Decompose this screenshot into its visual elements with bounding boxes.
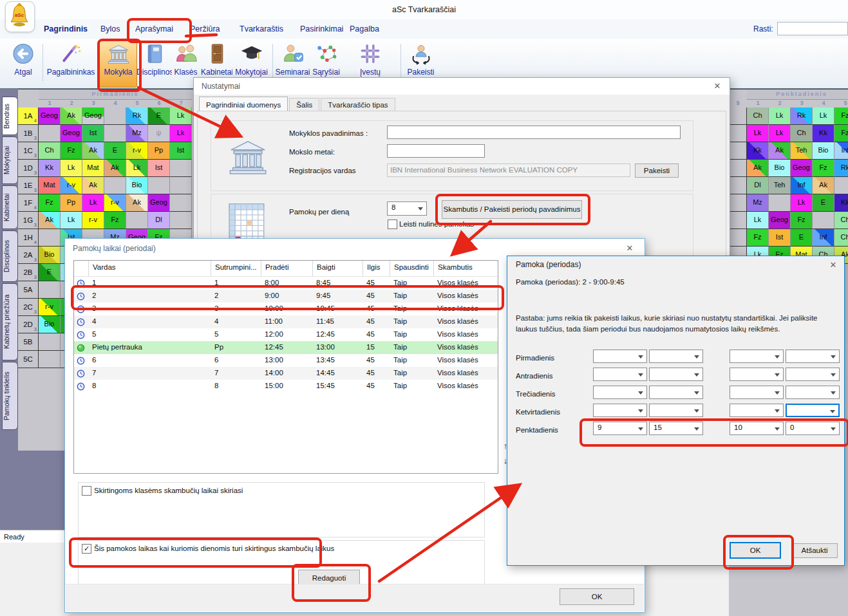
row-label[interactable]: 5C [18,351,39,368]
timetable-cell[interactable]: Ak [813,177,834,194]
row-label[interactable]: 1B3 [18,125,39,142]
timetable-cell[interactable]: Mz [747,194,769,212]
timetable-cell[interactable]: E [791,229,813,247]
time-dropdown[interactable] [730,386,784,399]
timetable-cell[interactable]: Lk [769,107,791,125]
timetable-cell[interactable]: Lk [61,212,82,229]
timetable-cell[interactable]: r-v [39,299,61,316]
time-dropdown[interactable] [730,368,784,381]
row-label[interactable] [729,177,747,194]
search-input[interactable] [777,22,848,35]
timetable-cell[interactable]: Geog [148,194,170,212]
timetable-cell[interactable] [39,229,61,247]
time-dropdown[interactable] [593,368,647,381]
row-label[interactable] [729,125,747,142]
timetable-cell[interactable] [104,125,126,142]
time-dropdown[interactable]: 10 [730,422,784,435]
timetable-cell[interactable]: Ak [39,212,61,229]
time-dropdown[interactable] [786,368,840,381]
timetable-cell[interactable]: Lk [170,107,192,125]
row-label[interactable]: 1H4 [18,229,39,247]
timetable-cell[interactable]: Fz [813,160,834,177]
column-header-skambutis[interactable]: Skambutis [433,261,498,276]
time-dropdown[interactable] [593,404,647,417]
timetable-cell[interactable]: Geog [82,107,104,125]
timetable-cell[interactable]: Kk [813,125,834,142]
time-dropdown[interactable] [593,350,647,363]
timetable-cell[interactable] [126,212,148,229]
time-dropdown[interactable] [786,386,840,399]
timetable-cell[interactable]: r-v [104,194,126,212]
timetable-cell[interactable]: Bio [813,142,834,160]
menu-item-pasirinkimai[interactable]: Pasirinkimai [300,19,343,39]
timetable-cell[interactable]: Mat [82,160,104,177]
tab-pagrindiniai-duomenys[interactable]: Pagrindiniai duomenys [199,97,288,111]
timetable-cell[interactable]: Ch [834,212,848,229]
menu-item-pagalba[interactable]: Pagalba [350,19,379,39]
timetable-cell[interactable]: Ak [61,107,82,125]
row-label[interactable] [729,107,747,125]
timetable-cell[interactable]: Ak [82,142,104,160]
close-icon[interactable]: ✕ [624,243,636,254]
period-row-2[interactable]: 229:009:4545TaipVisos klasės [74,290,498,303]
school-name-input[interactable] [387,126,681,139]
timetable-cell[interactable]: Ak [747,160,769,177]
timetable-cell[interactable]: Lk [747,212,769,229]
timetable-cell[interactable]: Bio [126,177,148,194]
close-icon[interactable]: ✕ [827,259,839,271]
timetable-cell[interactable]: Mat [39,177,61,194]
time-dropdown[interactable]: 15 [649,422,703,435]
toolbar-atgal[interactable]: Atgal [8,41,39,86]
tab-tvarkaraščio-tipas[interactable]: Tvarkaraščio tipas [321,98,395,111]
timetable-cell[interactable]: Pp [148,142,170,160]
timetable-cell[interactable]: Lk [170,125,192,142]
period-row-1[interactable]: 118:008:4545TaipVisos klasės [74,277,498,290]
row-label[interactable]: 1D3 [18,160,39,177]
timetable-cell[interactable]: Geog [39,107,61,125]
timetable-cell[interactable]: Ak [769,142,791,160]
timetable-cell[interactable]: Teh [769,177,791,194]
timetable-cell[interactable]: Ist [148,160,170,177]
time-dropdown[interactable] [786,404,840,417]
row-label[interactable] [729,194,747,212]
timetable-cell[interactable]: r-v [126,142,148,160]
timetable-cell[interactable]: Lk [82,194,104,212]
timetable-cell[interactable] [769,194,791,212]
row-label[interactable]: 2A3 [18,247,39,264]
row-label[interactable]: 1C3 [18,142,39,160]
timetable-cell[interactable] [170,160,192,177]
sidebar-tab-bendras[interactable]: Bendras [2,97,18,135]
menu-item-peržiūra[interactable]: Peržiūra [190,19,220,39]
timetable-cell[interactable]: E [813,194,834,212]
timetable-cell[interactable]: Ak [82,177,104,194]
timetable-cell[interactable]: Lk [813,107,834,125]
timetable-cell[interactable]: Bio [769,160,791,177]
timetable-cell[interactable]: E [39,264,61,281]
period-row-8[interactable]: 8815:0015:4545TaipVisos klasės [74,380,498,393]
timetable-cell[interactable]: Bio [39,247,61,264]
period-ok-button[interactable]: OK [730,542,781,559]
timetable-cell[interactable] [39,125,61,142]
timetable-cell[interactable] [813,212,834,229]
row-label[interactable]: 1F4 [18,194,39,212]
row-label[interactable]: 5B [18,333,39,351]
column-header-spausdinti[interactable]: Spausdinti [390,261,433,276]
timetable-cell[interactable]: Fz [61,142,82,160]
timetable-cell[interactable] [170,212,192,229]
time-dropdown[interactable] [649,386,703,399]
menu-item-tvarkaraštis[interactable]: Tvarkaraštis [240,19,283,39]
period-row-4[interactable]: 4411:0011:4545TaipVisos klasės [74,315,498,328]
timetable-cell[interactable]: Fz [791,212,813,229]
timetable-cell[interactable]: Geog [61,125,82,142]
sidebar-tab-kabinetai[interactable]: Kabinetai [2,185,18,229]
timetable-cell[interactable]: Ch [834,229,848,247]
timetable-cell[interactable]: Ch [39,142,61,160]
time-dropdown[interactable] [593,386,647,399]
timetable-cell[interactable]: Ak [104,160,126,177]
timetable-cell[interactable]: r-v [61,177,82,194]
timetable-cell[interactable]: Ak [126,194,148,212]
timetable-cell[interactable]: Dl [747,177,769,194]
timetable-cell[interactable] [834,177,848,194]
timetable-cell[interactable]: Ist [170,142,192,160]
row-label[interactable] [729,229,747,247]
